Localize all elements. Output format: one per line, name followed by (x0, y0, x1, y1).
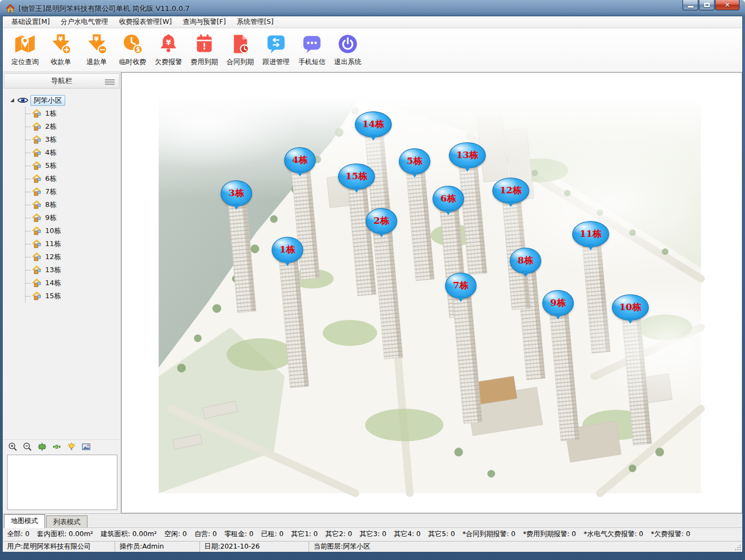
tree-item-building-6[interactable]: 6栋 (26, 172, 121, 185)
toolbar-label: 退出系统 (334, 58, 361, 67)
footer-date: 日期:2021-10-26 (200, 542, 309, 552)
tree-item-building-13[interactable]: 13栋 (26, 263, 121, 276)
nav-title: 导航栏 (51, 76, 72, 86)
main-toolbar: 定位查询 ¥ 收款单 ¥ 退款单 (3, 28, 742, 72)
tree-item-building-3[interactable]: 3栋 (26, 133, 121, 146)
locate-query-button[interactable]: 定位查询 (7, 32, 43, 67)
menu-query-warning[interactable]: 查询与预警[F] (177, 16, 231, 28)
map-locate-icon (14, 33, 36, 55)
follow-up-button[interactable]: 跟进管理 (258, 32, 294, 67)
window-title: [物管王]昆明阿笨科技有限公司单机 简化版 V11.0.0.7 (18, 4, 190, 14)
nav-header: 导航栏 (4, 73, 120, 89)
map-marker-building-4[interactable]: 4栋 (284, 147, 316, 173)
svg-text:$: $ (136, 46, 140, 53)
map-marker-building-7[interactable]: 7栋 (445, 273, 477, 299)
tree-item-building-10[interactable]: 10栋 (26, 224, 121, 237)
tab-list-mode[interactable]: 列表模式 (46, 515, 87, 527)
map-marker-building-5[interactable]: 5栋 (399, 148, 430, 174)
toolbar-label: 费用到期 (191, 58, 218, 67)
stat-total: 全部0 (7, 530, 29, 539)
exit-button[interactable]: 退出系统 (330, 32, 366, 67)
map-marker-building-14[interactable]: 14栋 (355, 111, 392, 137)
view-mode-tabs: 地图模式 列表模式 (3, 513, 742, 527)
menu-system-management[interactable]: 系统管理[S] (231, 16, 279, 28)
tree-item-building-15[interactable]: 15栋 (26, 290, 121, 303)
stat-utility-arrears-alarm: *水电气欠费报警0 (584, 530, 643, 539)
arrears-alarm-button[interactable]: ¥ 欠费报警 (151, 32, 186, 67)
stat-other-1: 其它10 (291, 530, 318, 539)
fee-due-button[interactable]: ! 费用到期 (186, 32, 222, 67)
map-marker-building-12[interactable]: 12栋 (492, 178, 529, 204)
stat-other-4: 其它40 (394, 530, 421, 539)
map-marker-building-11[interactable]: 11栋 (572, 221, 609, 247)
brightness-bulb-icon[interactable] (67, 442, 76, 451)
tree-item-building-12[interactable]: 12栋 (26, 250, 121, 263)
maximize-button[interactable] (699, 0, 715, 10)
toolbar-label: 退款单 (86, 58, 107, 67)
close-button[interactable]: ✕ (715, 0, 740, 10)
toolbar-label: 欠费报警 (155, 58, 182, 67)
stat-fee-due-alarm: *费用到期报警0 (523, 530, 576, 539)
stat-inner-area: 套内面积0.00m² (37, 530, 93, 539)
stat-zero-rent: 零租金0 (224, 530, 254, 539)
temp-charge-button[interactable]: $ 临时收费 (115, 32, 151, 67)
tree-item-building-2[interactable]: 2栋 (26, 120, 121, 133)
svg-text:¥: ¥ (166, 38, 171, 47)
tab-map-mode[interactable]: 地图模式 (4, 514, 45, 528)
menu-bar: 基础设置[M] 分户水电气管理 收费报表管理[W] 查询与预警[F] 系统管理[… (3, 16, 742, 28)
app-logo-icon (5, 4, 15, 13)
tree-expander-icon[interactable] (10, 98, 14, 102)
stat-other-2: 其它20 (325, 530, 352, 539)
resize-grip[interactable] (735, 544, 741, 551)
temp-charge-clock-icon: $ (121, 33, 144, 55)
map-marker-building-3[interactable]: 3栋 (221, 180, 252, 206)
refund-button[interactable]: ¥ 退款单 (79, 32, 115, 67)
hamburger-menu-icon[interactable] (105, 78, 115, 86)
map-marker-building-1[interactable]: 1栋 (272, 237, 303, 263)
image-icon[interactable] (82, 442, 91, 451)
contract-due-button[interactable]: 合同到期 (222, 32, 258, 67)
toolbar-label: 跟进管理 (262, 58, 290, 67)
building-tree: 阿笨小区 1栋 2栋 3栋 4栋 5栋 6栋 7栋 8栋 9栋 10栋 11栋 (3, 90, 121, 439)
map-marker-building-6[interactable]: 6栋 (433, 186, 464, 212)
toolbar-label: 手机短信 (298, 58, 325, 67)
arrears-alarm-bell-icon: ¥ (157, 33, 180, 55)
tree-root-community[interactable]: 阿笨小区 (10, 94, 121, 107)
menu-fee-reports[interactable]: 收费报表管理[W] (114, 16, 177, 28)
tree-item-building-7[interactable]: 7栋 (26, 185, 121, 198)
footer-bar: 用户:昆明阿笨科技有限公司 操作员:Admin 日期:2021-10-26 当前… (3, 541, 742, 552)
map-marker-building-15[interactable]: 15栋 (338, 163, 375, 190)
map-marker-building-10[interactable]: 10栋 (612, 294, 649, 320)
minimize-button[interactable] (683, 0, 698, 10)
fit-width-icon[interactable] (37, 442, 47, 451)
power-exit-icon (336, 33, 359, 55)
tree-item-building-8[interactable]: 8栋 (26, 198, 121, 211)
tree-item-building-9[interactable]: 9栋 (26, 211, 121, 224)
zoom-out-icon[interactable] (23, 442, 32, 451)
stat-contract-due-alarm: *合同到期报警0 (462, 530, 515, 539)
minimap-preview (7, 455, 117, 510)
contract-due-document-icon (229, 33, 252, 55)
menu-basic-settings[interactable]: 基础设置[M] (6, 16, 55, 28)
sms-button[interactable]: 手机短信 (294, 32, 330, 67)
stat-build-area: 建筑面积0.00m² (101, 530, 156, 539)
receipt-button[interactable]: ¥ 收款单 (43, 32, 79, 67)
tree-item-building-5[interactable]: 5栋 (26, 159, 121, 172)
toolbar-label: 临时收费 (119, 58, 146, 67)
tree-item-building-11[interactable]: 11栋 (26, 237, 121, 250)
map-marker-building-2[interactable]: 2栋 (366, 208, 397, 234)
fit-screen-icon[interactable] (52, 442, 61, 451)
map-marker-building-9[interactable]: 9栋 (542, 290, 574, 316)
stat-rented: 已租0 (261, 530, 284, 539)
stat-other-5: 其它50 (428, 530, 455, 539)
map-marker-building-13[interactable]: 13栋 (449, 142, 486, 168)
map-marker-building-8[interactable]: 8栋 (510, 248, 541, 274)
svg-text:¥: ¥ (94, 35, 99, 43)
map-panel[interactable]: 1栋 2栋 3栋 4栋 5栋 6栋 7栋 8栋 9栋 10栋 11栋 12栋 1… (121, 72, 742, 513)
tree-item-building-1[interactable]: 1栋 (26, 107, 121, 120)
tree-item-building-4[interactable]: 4栋 (26, 146, 121, 159)
zoom-in-icon[interactable] (8, 442, 17, 451)
menu-utility-management[interactable]: 分户水电气管理 (55, 16, 114, 28)
tree-item-building-14[interactable]: 14栋 (26, 276, 121, 290)
tree-root-label[interactable]: 阿笨小区 (30, 95, 65, 106)
